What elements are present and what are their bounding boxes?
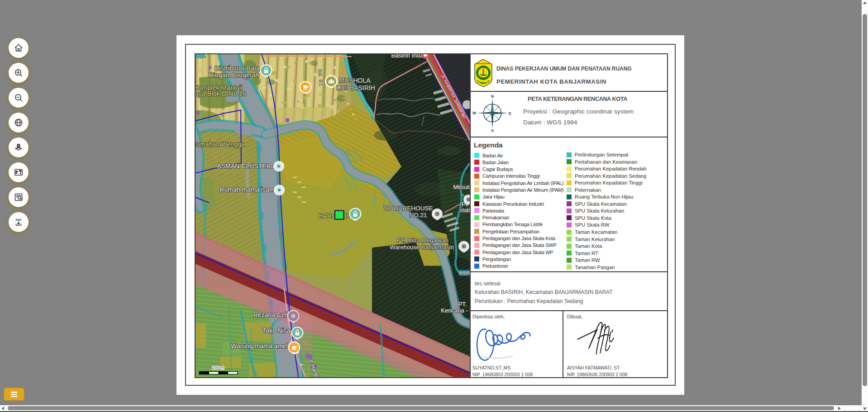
svg-text:NO.21: NO.21	[410, 212, 427, 218]
svg-text:ASMAN CLUSTER 2: ASMAN CLUSTER 2	[217, 162, 277, 170]
svg-text:BANJARMASIN: BANJARMASIN	[476, 62, 491, 65]
svg-text:Ringan Anugerah: Ringan Anugerah	[209, 71, 259, 79]
svg-text:N: N	[491, 94, 494, 99]
svg-text:S: S	[491, 128, 494, 133]
svg-text:E: E	[509, 111, 511, 116]
svg-text:200 m: 200 m	[212, 365, 224, 370]
svg-text:PDF: PDF	[16, 218, 22, 222]
svg-text:PT.: PT.	[458, 301, 467, 308]
svg-text:Toko Nisa: Toko Nisa	[262, 327, 291, 334]
svg-text:Rumah mama isam: Rumah mama isam	[219, 186, 274, 193]
svg-text:LDII BASIRIH: LDII BASIRIH	[336, 84, 375, 91]
svg-text:D: D	[345, 212, 349, 219]
svg-text:rumahan Wengga: rumahan Wengga	[196, 141, 245, 148]
svg-text:KAYUH BAIMBAI: KAYUH BAIMBAI	[477, 81, 490, 83]
svg-text:BARO: BARO	[319, 212, 337, 219]
svg-text:Rezana Cell: Rezana Cell	[253, 311, 288, 318]
svg-text:Warehouse Banjarmasin: Warehouse Banjarmasin	[390, 244, 454, 251]
svg-text:Mitsubi: Mitsubi	[453, 184, 470, 190]
svg-text:MUSHOLA: MUSHOLA	[339, 77, 371, 84]
svg-text:W: W	[472, 111, 477, 115]
svg-text:static: static	[459, 207, 470, 213]
svg-text:PT. Mitra Mega Ban: PT. Mitra Mega Ban	[397, 237, 448, 244]
svg-text:TB WAREHOUSE: TB WAREHOUSE	[384, 205, 433, 212]
svg-text:Distributor Bata: Distributor Bata	[215, 65, 260, 72]
svg-text:Warung mama amel: Warung mama amel	[231, 342, 287, 350]
svg-text:aya Blok O No 18: aya Blok O No 18	[196, 90, 246, 98]
svg-text:Kencana - E: Kencana - E	[441, 307, 470, 314]
